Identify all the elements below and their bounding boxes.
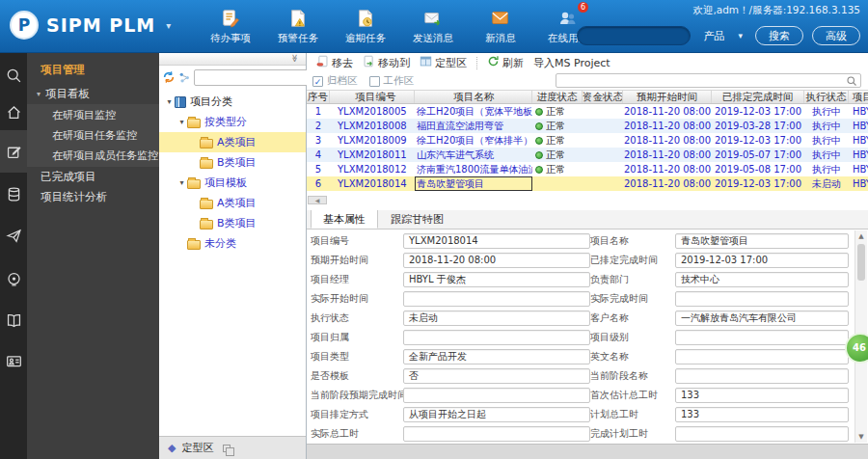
field-input[interactable] bbox=[675, 291, 849, 307]
table-row[interactable]: 5YLXM2018012济南重汽1800流量单体油滤正常2018-11-20 0… bbox=[307, 162, 868, 176]
field-input[interactable]: 未启动 bbox=[403, 310, 590, 326]
search-category-dropdown[interactable]: 产品 ▾ bbox=[699, 29, 746, 43]
sidebar-item-group[interactable]: ▾项目看板 bbox=[27, 84, 159, 104]
field-input[interactable]: YLXM2018014 bbox=[403, 233, 590, 249]
move-to-button[interactable]: 移动到 bbox=[358, 54, 415, 71]
field-input[interactable]: 否 bbox=[403, 368, 590, 384]
field-input[interactable]: 2018-11-20 08:00 bbox=[403, 253, 590, 268]
field-input[interactable]: 从项目开始之日起 bbox=[403, 407, 590, 422]
global-search-input[interactable] bbox=[577, 26, 691, 45]
header-send-message-button[interactable]: 发送消息 bbox=[405, 6, 461, 45]
field-input[interactable] bbox=[403, 330, 590, 345]
field-input[interactable] bbox=[675, 330, 849, 345]
header-todo-button[interactable]: 待办事项 bbox=[203, 6, 258, 45]
rail-home-icon[interactable] bbox=[0, 94, 27, 130]
tab-跟踪甘特图[interactable]: 跟踪甘特图 bbox=[378, 209, 456, 229]
tree-toolbar: ▼ ▲ bbox=[159, 66, 306, 89]
cell-code: YLXM2018008 bbox=[330, 119, 415, 133]
tree-node[interactable]: 未分类 bbox=[159, 233, 306, 254]
field-input[interactable]: 2019-12-03 17:00 bbox=[675, 253, 849, 268]
rail-send-icon[interactable] bbox=[0, 217, 27, 254]
rail-book-icon[interactable] bbox=[0, 302, 27, 338]
filter-checkbox-工作区[interactable]: 工作区 bbox=[369, 74, 415, 88]
tree-node[interactable]: ▾项目分类 bbox=[159, 92, 306, 112]
field-input[interactable] bbox=[675, 426, 849, 442]
caret-down-icon[interactable]: ▾ bbox=[164, 97, 175, 106]
rail-edit-icon[interactable] bbox=[0, 130, 27, 173]
column-header[interactable]: 项目编号 bbox=[330, 91, 415, 103]
cell-start: 2018-11-20 08:00 bbox=[623, 148, 712, 162]
splitter-handle[interactable]: ◀ bbox=[308, 196, 327, 204]
column-header[interactable]: 序号 bbox=[307, 91, 330, 103]
scrollbar-thumb[interactable] bbox=[857, 244, 865, 281]
search-button[interactable]: 搜索 bbox=[755, 26, 803, 45]
collapse-chevron-icon[interactable]: ≫ bbox=[289, 54, 298, 62]
cell-progress: 正常 bbox=[532, 162, 583, 176]
fixed-area-panel-header[interactable]: ◆ 定型区 bbox=[159, 436, 306, 459]
filter-checkbox-归档区[interactable]: ✓归档区 bbox=[312, 74, 358, 88]
floating-notification-badge[interactable]: 46 bbox=[845, 333, 868, 364]
sidebar-item[interactable]: 在研项目监控 bbox=[27, 105, 159, 125]
column-header[interactable]: 项目名称 bbox=[415, 91, 532, 103]
scroll-up-icon[interactable]: ▲ bbox=[855, 230, 867, 242]
advanced-search-button[interactable]: 高级 bbox=[812, 26, 860, 45]
rail-idcard-icon[interactable] bbox=[0, 342, 27, 379]
sidebar-item[interactable]: 项目统计分析 bbox=[27, 187, 159, 207]
tree-node[interactable]: A类项目 bbox=[159, 132, 306, 152]
tree-node[interactable]: ▾按类型分 bbox=[159, 112, 306, 132]
column-header[interactable]: 已排定完成时间 bbox=[712, 91, 804, 103]
field-input[interactable]: 133 bbox=[675, 388, 849, 403]
field-input[interactable]: 全新产品开发 bbox=[403, 349, 590, 364]
tree-node[interactable]: A类项目 bbox=[159, 193, 306, 213]
detail-tabs: 基本属性跟踪甘特图 bbox=[307, 210, 868, 230]
field-input[interactable] bbox=[403, 388, 590, 403]
field-input[interactable] bbox=[675, 368, 849, 384]
remove-button[interactable]: 移去 bbox=[312, 54, 358, 71]
import-ms-project-button[interactable]: 导入MS Project bbox=[529, 54, 615, 71]
rail-database-icon[interactable] bbox=[0, 176, 27, 212]
tab-基本属性[interactable]: 基本属性 bbox=[311, 209, 378, 229]
form-row: 项目经理HBYL 于俊杰 bbox=[311, 270, 590, 289]
field-label: 项目排定方式 bbox=[311, 408, 403, 421]
sidebar-module-title[interactable]: 项目管理 bbox=[27, 53, 159, 84]
header-warning-button[interactable]: 预警任务 bbox=[270, 6, 326, 45]
field-input[interactable] bbox=[403, 426, 590, 442]
tree-refresh-icon[interactable] bbox=[162, 69, 176, 85]
column-header[interactable]: 进度状态 bbox=[532, 91, 583, 103]
field-input[interactable] bbox=[675, 349, 849, 364]
sidebar-item[interactable]: 已完成项目 bbox=[27, 167, 159, 187]
form-row: 项目归属 bbox=[311, 328, 590, 347]
fixed-area-button[interactable]: 定型区 bbox=[415, 54, 472, 71]
table-row[interactable]: 2YLXM2018008福田直流空滤用弯管正常2018-11-20 08:002… bbox=[307, 119, 868, 133]
sidebar-item[interactable]: 在研项目任务监控 bbox=[27, 125, 159, 146]
field-input[interactable]: 青岛吹塑管项目 bbox=[675, 233, 849, 249]
table-row[interactable]: 6YLXM2018014青岛吹塑管项目2018-11-20 08:002019-… bbox=[307, 176, 868, 191]
app-logo-menu[interactable]: P SIPM PLM ▾ bbox=[10, 11, 171, 40]
table-row[interactable]: 4YLXM2018011山东汽车进气系统正常2018-11-20 08:0020… bbox=[307, 148, 868, 162]
caret-down-icon[interactable]: ▾ bbox=[176, 118, 187, 126]
header-overdue-button[interactable]: 逾期任务 bbox=[338, 6, 393, 45]
field-input[interactable]: 技术中心 bbox=[675, 272, 849, 287]
column-header[interactable]: 预期开始时间 bbox=[623, 91, 712, 103]
header-new-message-button[interactable]: 新消息 bbox=[473, 6, 529, 45]
tree-node[interactable]: ▾项目模板 bbox=[159, 173, 306, 193]
caret-down-icon[interactable]: ▾ bbox=[176, 178, 187, 187]
field-input[interactable]: 133 bbox=[675, 407, 849, 422]
table-row[interactable]: 1YLXM2018005徐工H20项目（宽体平地板）正常2018-11-20 0… bbox=[307, 104, 868, 119]
field-input[interactable]: 一汽解放青岛汽车有限公司 bbox=[675, 310, 849, 326]
column-header[interactable]: 项目 bbox=[849, 91, 868, 103]
column-header[interactable]: 执行状态 bbox=[804, 91, 849, 103]
rail-search-icon[interactable] bbox=[0, 57, 27, 94]
column-header[interactable]: 资金状态 bbox=[583, 91, 623, 103]
rail-broadcast-icon[interactable] bbox=[0, 260, 27, 297]
table-row[interactable]: 3YLXM2018009徐工H20项目（窄体排半）正常2018-11-20 08… bbox=[307, 133, 868, 148]
sidebar-item[interactable]: 在研项目成员任务监控 bbox=[27, 146, 159, 166]
tree-node[interactable]: B类项目 bbox=[159, 152, 306, 173]
refresh-button[interactable]: 刷新 bbox=[482, 54, 529, 71]
field-input[interactable]: HBYL 于俊杰 bbox=[403, 272, 590, 287]
tree-node[interactable]: B类项目 bbox=[159, 213, 306, 233]
tree-settings-icon[interactable] bbox=[178, 69, 191, 85]
table-search-input[interactable] bbox=[556, 75, 846, 86]
field-input[interactable] bbox=[403, 291, 590, 307]
scroll-down-icon[interactable]: ▼ bbox=[855, 431, 867, 443]
